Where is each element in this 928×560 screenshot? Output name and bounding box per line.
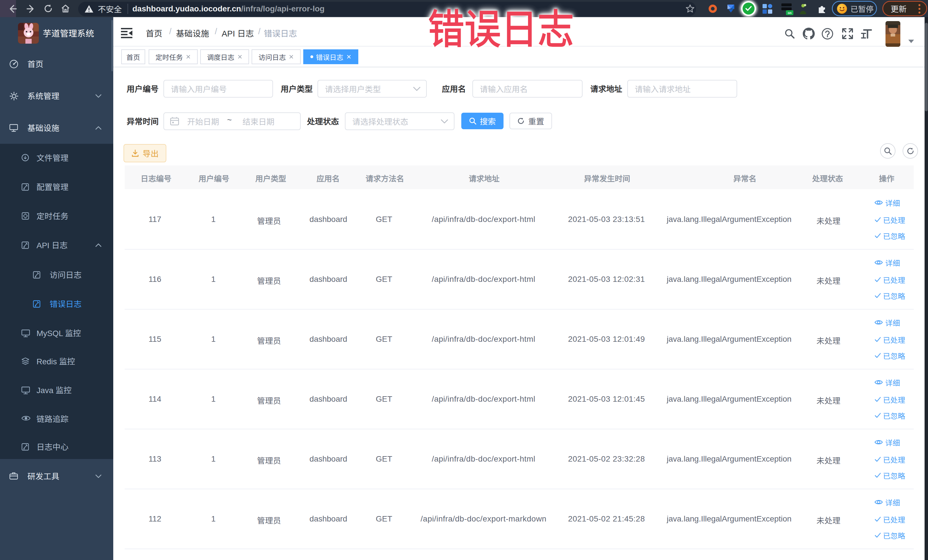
svg-text:on: on xyxy=(788,11,792,15)
